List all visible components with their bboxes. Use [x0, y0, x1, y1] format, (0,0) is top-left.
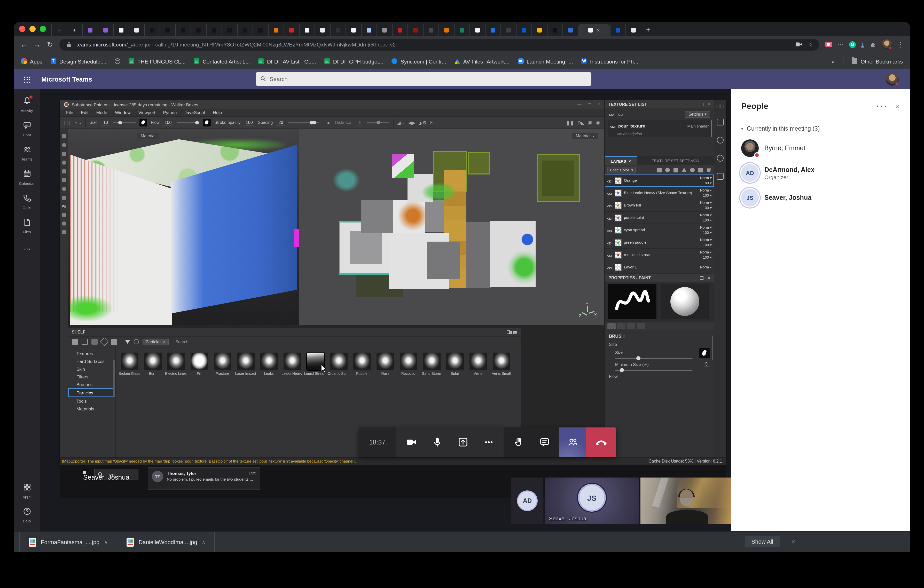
tab-camera-indicator-icon[interactable]	[795, 41, 802, 48]
layer-row[interactable]: OrangeNorm ▾100 ▾	[605, 175, 714, 187]
bookmark-item[interactable]	[115, 58, 120, 64]
browser-menu-icon[interactable]: ⋮	[897, 41, 904, 48]
sp-2d-viewport[interactable]: Material▾ Y Z X	[299, 129, 604, 325]
fill-layer-icon[interactable]	[682, 168, 686, 172]
menu-viewport[interactable]: Viewport	[139, 110, 155, 115]
tab-close-icon[interactable]: ×	[597, 27, 600, 33]
sidebar-item-activity[interactable]: Activity	[14, 92, 40, 117]
browser-tab[interactable]	[299, 24, 315, 36]
browser-tab[interactable]	[206, 24, 221, 36]
new-file-icon[interactable]	[82, 339, 88, 345]
grammarly-extension-icon[interactable]: G	[849, 41, 856, 48]
download-chip[interactable]: DanielleWoodIma....jpg∧	[117, 532, 215, 552]
layer-blend-opacity[interactable]: Norm ▾100 ▾	[700, 200, 712, 210]
layer-blend-opacity[interactable]: Norm ▾100 ▾	[700, 212, 712, 223]
brush-item[interactable]: Veins	[466, 352, 490, 375]
people-section-header[interactable]: ▾ Currently in this meeting (3)	[731, 111, 910, 136]
trash-icon[interactable]	[706, 168, 711, 172]
menu-help[interactable]: Help	[213, 110, 222, 115]
downloads-close-icon[interactable]: ×	[792, 538, 795, 546]
screen-record-extension-icon[interactable]	[825, 42, 832, 47]
import-icon[interactable]	[111, 339, 117, 345]
waffle-menu-icon[interactable]	[23, 76, 30, 82]
browser-tab[interactable]	[563, 24, 578, 36]
brush-item[interactable]: Liquid Stream	[304, 352, 327, 375]
browser-tab[interactable]	[82, 24, 97, 36]
browser-tab[interactable]	[408, 24, 423, 36]
flow-slider[interactable]	[177, 122, 200, 123]
more-options-button[interactable]	[476, 427, 502, 457]
eye-filter-icon[interactable]	[618, 109, 624, 119]
browser-tab[interactable]	[376, 24, 392, 36]
sp-tool-column[interactable]: Ps	[60, 129, 68, 457]
sidebar-item-chat[interactable]: Chat	[14, 117, 40, 141]
participant-row[interactable]: JSSeaver, Joshua	[731, 185, 910, 210]
layer-row[interactable]: red liquid streamNorm ▾100 ▾	[605, 249, 714, 261]
browser-tab[interactable]	[361, 24, 376, 36]
browser-tab[interactable]	[330, 24, 345, 36]
bookmark-item[interactable]: DFDF AV List - Go...	[258, 58, 316, 64]
downloads-icon[interactable]: ↓	[861, 41, 864, 48]
size-value[interactable]: 10	[101, 120, 109, 125]
other-bookmarks-button[interactable]: Other Bookmarks	[852, 58, 903, 64]
symmetry-settings-icon[interactable]: ◭⚙	[419, 120, 427, 125]
eye-icon[interactable]	[607, 250, 612, 259]
brush-item[interactable]: Fracture	[211, 352, 234, 375]
viewport-camera-icon[interactable]: ◉	[596, 120, 600, 125]
share-button[interactable]	[450, 427, 476, 457]
people-more-icon[interactable]: • • •	[877, 104, 887, 109]
eye-icon[interactable]	[607, 201, 612, 210]
browser-tab[interactable]	[423, 24, 439, 36]
download-caret-icon[interactable]: ∧	[104, 539, 107, 545]
puzzle-extensions-icon[interactable]	[869, 41, 876, 48]
render-mode-icon[interactable]: D◣	[578, 120, 584, 125]
bookmark-item[interactable]: WInstructions for Ph...	[581, 58, 639, 64]
brush-item[interactable]: Rain	[373, 352, 397, 375]
bookmark-item[interactable]: THE FUNGUS CL...	[129, 58, 186, 64]
menu-mode[interactable]: Mode	[96, 110, 107, 115]
mic-button[interactable]	[424, 427, 450, 457]
layer-row[interactable]: Blue Leaks Heavy (Size Space Texture)Nor…	[605, 187, 714, 199]
browser-tab[interactable]	[175, 24, 191, 36]
browser-tab[interactable]: +	[51, 24, 67, 36]
brush-item[interactable]: Burn	[141, 352, 164, 375]
hang-up-button[interactable]	[586, 427, 616, 457]
bookmark-item[interactable]: AV Files--Artwork...	[454, 58, 510, 64]
browser-tab[interactable]	[500, 24, 516, 36]
participant-row[interactable]: ADDeArmond, AlexOrganizer	[731, 161, 910, 185]
hide-icon[interactable]	[100, 338, 109, 346]
brush-item[interactable]: Laser Impact	[234, 352, 257, 375]
participant-tile-ad[interactable]: AD	[512, 478, 543, 524]
eye-icon[interactable]	[607, 262, 612, 272]
show-all-button[interactable]: Show All	[745, 536, 780, 547]
panel-close-icon[interactable]: ×	[708, 102, 710, 107]
spacing-value[interactable]: 20	[276, 120, 285, 125]
browser-tab[interactable]	[237, 24, 252, 36]
camera-icon[interactable]: ▣	[588, 120, 592, 125]
layer-blend-opacity[interactable]: Norm ▾100 ▾	[700, 250, 712, 260]
brush-item[interactable]: Organic Spr...	[327, 352, 350, 375]
brush-item[interactable]: Leaks	[257, 352, 280, 375]
participant-tile-js[interactable]: JS Seaver, Joshua	[545, 478, 639, 524]
shelf-category-hard-surfaces[interactable]: Hard Surfaces	[68, 357, 115, 365]
brush-item[interactable]: Puddle	[350, 352, 373, 375]
spacing-slider[interactable]	[288, 122, 319, 123]
layer-row[interactable]: green puddleNorm ▾100 ▾	[605, 236, 714, 249]
min-size-slider[interactable]	[615, 370, 693, 371]
browser-tab[interactable]	[97, 24, 113, 36]
menu-window[interactable]: Window	[115, 110, 130, 115]
eye-icon[interactable]	[607, 188, 612, 198]
browser-tab[interactable]	[144, 24, 160, 36]
save-icon[interactable]	[91, 339, 97, 345]
refresh-icon[interactable]	[134, 339, 139, 344]
bookmark-star-icon[interactable]: ☆	[807, 41, 813, 48]
bookmarks-overflow-icon[interactable]: »	[832, 58, 835, 64]
browser-tab[interactable]	[547, 24, 563, 36]
tab-layers[interactable]: LAYERS×	[605, 156, 637, 165]
shelf-search-input[interactable]: Search...	[172, 339, 517, 344]
layer-blend-opacity[interactable]: Norm ▾100 ▾	[700, 175, 712, 186]
scrollbar[interactable]	[712, 336, 713, 360]
active-browser-tab[interactable]: ×	[578, 24, 610, 36]
browser-tab[interactable]	[191, 24, 206, 36]
browser-tab[interactable]	[625, 24, 641, 36]
